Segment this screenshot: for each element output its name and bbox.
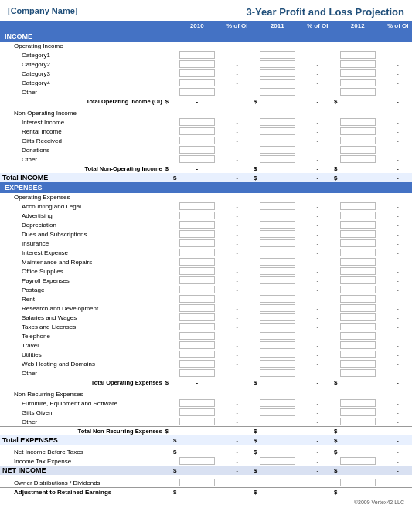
other-oe-2011-input[interactable] — [260, 369, 295, 377]
research-2011-input[interactable] — [260, 304, 295, 312]
depreciation-2010-input[interactable] — [179, 221, 215, 229]
taxes-2010-input[interactable] — [179, 323, 215, 330]
other-oi-2011-input[interactable] — [260, 88, 295, 96]
dist-2012-input[interactable] — [340, 479, 376, 486]
dist-2011-input[interactable] — [260, 479, 295, 486]
dues-2011-input[interactable] — [260, 230, 295, 238]
postage-2010-input[interactable] — [179, 286, 215, 293]
cat3-2010-input[interactable] — [179, 69, 215, 77]
payroll-2012-input[interactable] — [340, 276, 376, 284]
postage-2012-input[interactable] — [340, 286, 376, 293]
research-2010-input[interactable] — [179, 304, 215, 312]
gifts-rec-2010-input[interactable] — [179, 137, 215, 144]
cat4-2010-input[interactable] — [179, 79, 215, 86]
donations-2011-input[interactable] — [260, 146, 295, 154]
salaries-2011-input[interactable] — [260, 313, 295, 321]
other-oe-2012-input[interactable] — [340, 369, 376, 377]
interest-exp-2012-input[interactable] — [340, 249, 376, 256]
payroll-2011-input[interactable] — [260, 276, 295, 284]
telephone-2011-input[interactable] — [260, 332, 295, 340]
interest-exp-2011-input[interactable] — [260, 249, 295, 256]
other-noi-2011-input[interactable] — [260, 155, 295, 163]
donations-2010-input[interactable] — [179, 146, 215, 154]
travel-2012-input[interactable] — [340, 341, 376, 349]
postage-2011-input[interactable] — [260, 286, 295, 293]
gifts-given-2010-input[interactable] — [179, 408, 215, 416]
gifts-rec-2011-input[interactable] — [260, 137, 295, 144]
rental-2011-input[interactable] — [260, 127, 295, 135]
cat4-2011-input[interactable] — [260, 79, 295, 86]
donations-2012-input[interactable] — [340, 146, 376, 154]
gifts-given-2012-input[interactable] — [340, 408, 376, 416]
cat1-2012-input[interactable] — [340, 51, 376, 59]
cat3-2012-input[interactable] — [340, 69, 376, 77]
interest-2010-input[interactable] — [179, 118, 215, 126]
rent-2010-input[interactable] — [179, 295, 215, 303]
accounting-2010-input[interactable] — [179, 202, 215, 210]
depreciation-2011-input[interactable] — [260, 221, 295, 229]
tax-2011-input[interactable] — [260, 457, 295, 465]
cat3-2011-input[interactable] — [260, 69, 295, 77]
advertising-2010-input[interactable] — [179, 212, 215, 219]
taxes-2012-input[interactable] — [340, 323, 376, 330]
other-oe-2010-input[interactable] — [179, 369, 215, 377]
web-2011-input[interactable] — [260, 360, 295, 368]
utilities-2010-input[interactable] — [179, 351, 215, 358]
gifts-rec-2012-input[interactable] — [340, 137, 376, 144]
travel-2011-input[interactable] — [260, 341, 295, 349]
furniture-2012-input[interactable] — [340, 399, 376, 407]
other-nr-2010-input[interactable] — [179, 418, 215, 425]
tax-2010-input[interactable] — [179, 457, 215, 465]
other-nr-2011-input[interactable] — [260, 418, 295, 425]
rent-2012-input[interactable] — [340, 295, 376, 303]
depreciation-2012-input[interactable] — [340, 221, 376, 229]
taxes-2011-input[interactable] — [260, 323, 295, 330]
other-noi-2010-input[interactable] — [179, 155, 215, 163]
interest-2011-input[interactable] — [260, 118, 295, 126]
furniture-2010-input[interactable] — [179, 399, 215, 407]
interest-exp-2010-input[interactable] — [179, 249, 215, 256]
other-nr-2012-input[interactable] — [340, 418, 376, 425]
insurance-2010-input[interactable] — [179, 239, 215, 247]
dist-2010-input[interactable] — [179, 479, 215, 486]
cat2-2012-input[interactable] — [340, 60, 376, 68]
maintenance-2012-input[interactable] — [340, 258, 376, 266]
other-noi-2012-input[interactable] — [340, 155, 376, 163]
maintenance-2011-input[interactable] — [260, 258, 295, 266]
furniture-2011-input[interactable] — [260, 399, 295, 407]
salaries-2010-input[interactable] — [179, 313, 215, 321]
cat4-2012-input[interactable] — [340, 79, 376, 86]
office-2011-input[interactable] — [260, 267, 295, 275]
dues-2012-input[interactable] — [340, 230, 376, 238]
interest-2012-input[interactable] — [340, 118, 376, 126]
advertising-2011-input[interactable] — [260, 212, 295, 219]
insurance-2011-input[interactable] — [260, 239, 295, 247]
cat2-2011-input[interactable] — [260, 60, 295, 68]
cat2-2010-input[interactable] — [179, 60, 215, 68]
travel-2010-input[interactable] — [179, 341, 215, 349]
rental-2010-input[interactable] — [179, 127, 215, 135]
advertising-2012-input[interactable] — [340, 212, 376, 219]
accounting-2011-input[interactable] — [260, 202, 295, 210]
rental-2012-input[interactable] — [340, 127, 376, 135]
gifts-given-2011-input[interactable] — [260, 408, 295, 416]
telephone-2010-input[interactable] — [179, 332, 215, 340]
insurance-2012-input[interactable] — [340, 239, 376, 247]
utilities-2011-input[interactable] — [260, 351, 295, 358]
office-2010-input[interactable] — [179, 267, 215, 275]
salaries-2012-input[interactable] — [340, 313, 376, 321]
payroll-2010-input[interactable] — [179, 276, 215, 284]
dues-2010-input[interactable] — [179, 230, 215, 238]
tax-2012-input[interactable] — [340, 457, 376, 465]
web-2012-input[interactable] — [340, 360, 376, 368]
cat1-2010-input[interactable] — [179, 51, 215, 59]
accounting-2012-input[interactable] — [340, 202, 376, 210]
utilities-2012-input[interactable] — [340, 351, 376, 358]
rent-2011-input[interactable] — [260, 295, 295, 303]
web-2010-input[interactable] — [179, 360, 215, 368]
office-2012-input[interactable] — [340, 267, 376, 275]
research-2012-input[interactable] — [340, 304, 376, 312]
telephone-2012-input[interactable] — [340, 332, 376, 340]
other-oi-2010-input[interactable] — [179, 88, 215, 96]
cat1-2011-input[interactable] — [260, 51, 295, 59]
